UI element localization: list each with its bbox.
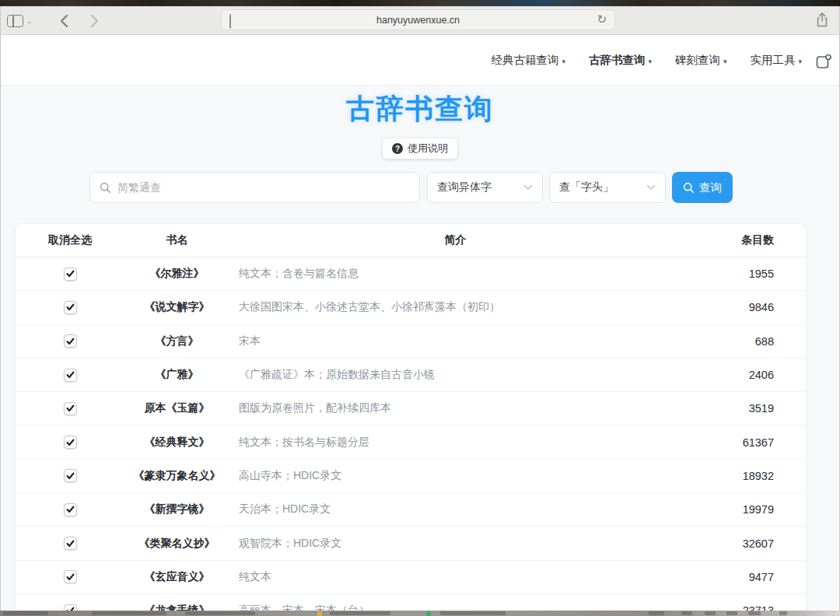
- profile-icon[interactable]: [816, 54, 831, 69]
- browser-toolbar: ⌄ hanyuyuwenxue.cn ↻: [1, 6, 839, 35]
- variant-select[interactable]: 查询异体字: [427, 172, 543, 203]
- row-checkbox[interactable]: [64, 301, 77, 314]
- caret-down-icon: ▾: [648, 56, 652, 65]
- desktop-wallpaper-strip: [0, 0, 840, 6]
- mode-select[interactable]: 查「字头」: [549, 172, 666, 203]
- book-count: 9477: [681, 571, 806, 583]
- book-desc: 纯文本；按书名与标题分层: [229, 436, 681, 450]
- header-entry-count: 条目数: [681, 233, 806, 247]
- nav-item-classics[interactable]: 经典古籍查询 ▾: [491, 53, 565, 68]
- book-count: 9846: [681, 301, 806, 313]
- header-deselect-all[interactable]: 取消全选: [16, 233, 124, 247]
- sidebar-toggle-icon[interactable]: [7, 15, 23, 27]
- table-row: 《方言》 宋本 688: [16, 325, 806, 359]
- book-count: 32607: [681, 537, 806, 550]
- url-text: hanyuyuwenxue.cn: [376, 15, 460, 26]
- row-checkbox[interactable]: [64, 570, 77, 583]
- dictionary-table: 取消全选 书名 简介 条目数 《尔雅注》 纯文本；含卷与篇名信息 1955 《说…: [15, 223, 807, 616]
- tab-group-caret-icon[interactable]: ⌄: [26, 17, 33, 25]
- question-icon: ?: [392, 143, 403, 154]
- search-button[interactable]: 查询: [672, 172, 733, 203]
- variant-select-value: 查询异体字: [437, 180, 492, 194]
- search-button-label: 查询: [699, 180, 722, 195]
- caret-down-icon: ▾: [562, 56, 565, 65]
- book-desc: 纯文本: [229, 570, 681, 584]
- back-icon[interactable]: [59, 14, 69, 28]
- book-name: 《新撰字镜》: [124, 502, 229, 516]
- table-row: 原本《玉篇》 图版为原卷照片，配补续四库本 3519: [16, 392, 806, 425]
- nav-item-inscriptions[interactable]: 碑刻查询 ▾: [675, 53, 727, 68]
- page-title: 古辞书查询: [1, 90, 839, 128]
- table-row: 《尔雅注》 纯文本；含卷与篇名信息 1955: [16, 257, 806, 291]
- book-name: 《类聚名义抄》: [124, 537, 229, 551]
- book-name: 《尔雅注》: [124, 267, 229, 281]
- row-checkbox[interactable]: [64, 436, 77, 449]
- background-window-strip: [0, 611, 840, 616]
- site-navbar: 经典古籍查询 ▾ 古辞书查询 ▾ 碑刻查询 ▾ 实用工具 ▾: [1, 35, 839, 86]
- table-row: 《广雅》 《广雅疏证》本；原始数据来自古音小镜 2406: [16, 359, 806, 392]
- search-row: 查询异体字 查「字头」 查询: [89, 172, 733, 203]
- book-desc: 天治本；HDIC录文: [229, 502, 681, 516]
- book-count: 2406: [681, 369, 806, 381]
- share-icon[interactable]: [816, 12, 828, 27]
- book-desc: 大徐国图宋本、小徐述古堂本、小徐祁寯藻本（初印）: [229, 300, 681, 314]
- taskbar-icon: [426, 611, 431, 616]
- table-header: 取消全选 书名 简介 条目数: [16, 224, 806, 257]
- chevron-down-icon: [523, 184, 533, 191]
- table-row: 《类聚名义抄》 观智院本；HDIC录文 32607: [16, 527, 806, 560]
- table-row: 《玄应音义》 纯文本 9477: [16, 561, 806, 594]
- book-desc: 《广雅疏证》本；原始数据来自古音小镜: [229, 368, 681, 382]
- search-icon: [683, 182, 695, 194]
- reload-icon[interactable]: ↻: [597, 12, 607, 26]
- book-count: 61367: [681, 436, 806, 449]
- row-checkbox[interactable]: [64, 334, 77, 348]
- book-desc: 高山寺本；HDIC录文: [229, 469, 681, 483]
- book-name: 《玄应音义》: [124, 570, 229, 584]
- nav-item-tools[interactable]: 实用工具 ▾: [750, 53, 802, 68]
- table-row: 《经典释文》 纯文本；按书名与标题分层 61367: [16, 425, 806, 459]
- search-input-wrap: [89, 172, 420, 203]
- book-count: 1955: [681, 268, 806, 280]
- book-count: 3519: [681, 402, 806, 415]
- row-checkbox[interactable]: [64, 469, 77, 482]
- taskbar-icon: [317, 611, 322, 616]
- help-button-label: 使用说明: [408, 142, 448, 156]
- book-name: 《广雅》: [124, 368, 229, 382]
- book-name: 《方言》: [124, 334, 229, 348]
- address-bar[interactable]: hanyuyuwenxue.cn ↻: [221, 9, 615, 30]
- row-checkbox[interactable]: [64, 369, 77, 382]
- nav-item-dictionaries[interactable]: 古辞书查询 ▾: [589, 53, 652, 68]
- table-body: 《尔雅注》 纯文本；含卷与篇名信息 1955 《说文解字》 大徐国图宋本、小徐述…: [16, 257, 806, 616]
- caret-down-icon: ▾: [798, 56, 802, 65]
- book-desc: 纯文本；含卷与篇名信息: [229, 267, 681, 281]
- row-checkbox[interactable]: [64, 537, 77, 550]
- safari-window: ⌄ hanyuyuwenxue.cn ↻ 经典古籍查询 ▾ 古辞书查询: [0, 6, 840, 616]
- page-format-icon[interactable]: [229, 15, 241, 23]
- book-count: 18932: [681, 470, 806, 482]
- header-description: 简介: [229, 233, 681, 247]
- book-desc: 观智院本；HDIC录文: [229, 537, 681, 551]
- table-row: 《篆隶万象名义》 高山寺本；HDIC录文 18932: [16, 460, 806, 493]
- search-input[interactable]: [117, 181, 410, 194]
- book-desc: 宋本: [229, 334, 681, 348]
- table-row: 《说文解字》 大徐国图宋本、小徐述古堂本、小徐祁寯藻本（初印） 9846: [16, 291, 806, 324]
- page-content: 古辞书查询 ? 使用说明 查询异体字 查「字头」: [1, 86, 839, 616]
- book-count: 19979: [681, 503, 806, 516]
- search-icon: [100, 182, 111, 194]
- table-row: 《新撰字镜》 天治本；HDIC录文 19979: [16, 493, 806, 527]
- help-button[interactable]: ? 使用说明: [383, 138, 457, 159]
- forward-icon[interactable]: [89, 14, 100, 28]
- book-name: 原本《玉篇》: [124, 401, 229, 415]
- header-book-name: 书名: [124, 233, 229, 247]
- book-count: 688: [681, 335, 806, 348]
- mode-select-value: 查「字头」: [559, 180, 614, 194]
- book-name: 《经典释文》: [124, 436, 229, 450]
- book-name: 《篆隶万象名义》: [124, 469, 229, 483]
- row-checkbox[interactable]: [64, 503, 77, 516]
- book-desc: 图版为原卷照片，配补续四库本: [229, 401, 681, 415]
- book-name: 《说文解字》: [124, 300, 229, 314]
- row-checkbox[interactable]: [64, 268, 77, 281]
- caret-down-icon: ▾: [723, 56, 727, 65]
- chevron-down-icon: [646, 184, 656, 191]
- row-checkbox[interactable]: [64, 402, 77, 415]
